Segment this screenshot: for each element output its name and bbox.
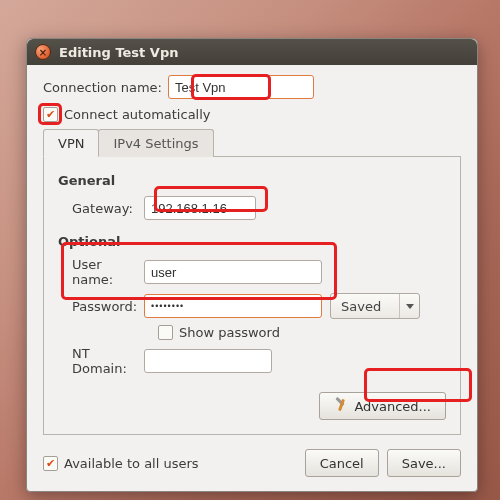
show-password-row: Show password bbox=[158, 325, 446, 340]
password-row: Password: Saved bbox=[58, 293, 446, 319]
username-label: User name: bbox=[58, 257, 144, 287]
save-button-label: Save... bbox=[402, 456, 446, 471]
cancel-button[interactable]: Cancel bbox=[305, 449, 379, 477]
gateway-row: Gateway: bbox=[58, 196, 446, 220]
gateway-input[interactable] bbox=[144, 196, 256, 220]
password-mode-text: Saved bbox=[331, 299, 399, 314]
connection-name-label: Connection name: bbox=[43, 80, 162, 95]
dialog-footer: Available to all users Cancel Save... bbox=[43, 449, 461, 477]
close-icon[interactable]: × bbox=[35, 44, 51, 60]
chevron-down-icon bbox=[399, 294, 419, 318]
connect-auto-label: Connect automatically bbox=[64, 107, 211, 122]
username-row: User name: bbox=[58, 257, 446, 287]
window-title: Editing Test Vpn bbox=[59, 45, 178, 60]
cancel-button-label: Cancel bbox=[320, 456, 364, 471]
save-button[interactable]: Save... bbox=[387, 449, 461, 477]
available-all-label: Available to all users bbox=[64, 456, 199, 471]
connect-auto-row: Connect automatically bbox=[43, 107, 461, 122]
nt-domain-input[interactable] bbox=[144, 349, 272, 373]
dialog-content: Connection name: Connect automatically V… bbox=[27, 65, 477, 491]
advanced-button-label: Advanced... bbox=[354, 399, 431, 414]
connection-name-row: Connection name: bbox=[43, 75, 461, 99]
password-input[interactable] bbox=[144, 294, 322, 318]
tab-body-vpn: General Gateway: Optional User name: Pas… bbox=[43, 157, 461, 435]
nt-domain-row: NT Domain: bbox=[58, 346, 446, 376]
gateway-label: Gateway: bbox=[58, 201, 144, 216]
general-heading: General bbox=[58, 173, 446, 188]
titlebar: × Editing Test Vpn bbox=[27, 39, 477, 65]
nt-domain-label: NT Domain: bbox=[58, 346, 144, 376]
available-all-checkbox[interactable] bbox=[43, 456, 58, 471]
dialog-window: × Editing Test Vpn Connection name: Conn… bbox=[26, 38, 478, 492]
advanced-button[interactable]: Advanced... bbox=[319, 392, 446, 420]
password-label: Password: bbox=[58, 299, 144, 314]
username-input[interactable] bbox=[144, 260, 322, 284]
optional-heading: Optional bbox=[58, 234, 446, 249]
advanced-row: Advanced... bbox=[58, 392, 446, 420]
connection-name-input[interactable] bbox=[168, 75, 314, 99]
tab-strip: VPN IPv4 Settings bbox=[43, 128, 461, 157]
tools-icon bbox=[334, 399, 348, 413]
show-password-checkbox[interactable] bbox=[158, 325, 173, 340]
show-password-label: Show password bbox=[179, 325, 280, 340]
tab-vpn[interactable]: VPN bbox=[43, 129, 99, 157]
password-mode-combo[interactable]: Saved bbox=[330, 293, 420, 319]
tab-ipv4[interactable]: IPv4 Settings bbox=[98, 129, 213, 157]
connect-auto-checkbox[interactable] bbox=[43, 107, 58, 122]
